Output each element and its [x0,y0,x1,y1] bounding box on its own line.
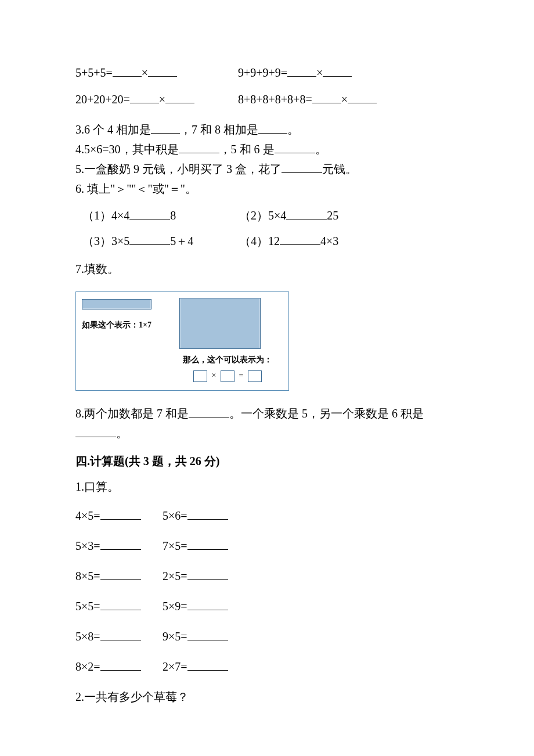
q6-d: 25 [327,209,338,222]
q8-suffix: 。 [116,427,128,440]
box-input[interactable] [248,370,262,382]
calc-row: 5×8= 9×5= [75,628,459,645]
calc-a: 4×5= [75,509,100,522]
calc-b: 7×5= [163,539,187,552]
worksheet-page: 5+5+5=× 9+9+9+9=× 20+20+20=× 8+8+8+8+8+8… [0,0,534,756]
blank[interactable] [187,598,228,610]
q2-left-2: 20+20+20=× [75,91,238,108]
q7-eq: × = [179,369,276,382]
blank[interactable] [100,538,141,550]
q5-suffix: 元钱。 [322,163,357,175]
blank[interactable] [100,658,141,671]
blank[interactable] [179,141,219,153]
calc-a: 5×5= [75,600,100,613]
calc-row: 5×5= 5×9= [75,597,459,615]
q7-fig-right: 那么，这个可以表示为： × = [177,298,276,382]
small-rect-icon [82,299,151,309]
blank[interactable] [75,425,116,437]
q2-right-2: 8+8+8+8+8+8=× [238,91,459,108]
calc-a: 5×3= [75,539,100,552]
blank[interactable] [129,233,170,245]
q6-title: 6. 填上"＞""＜"或"＝"。 [75,180,459,197]
blank[interactable] [282,161,322,173]
calc-row: 4×5= 5×6= [75,507,459,524]
calc-b: 2×7= [163,660,187,673]
blank[interactable] [275,141,315,153]
q5-prefix: 5.一盒酸奶 9 元钱，小明买了 3 盒，花了 [75,163,282,175]
equals-sign: = [239,371,244,380]
blank[interactable] [100,507,141,520]
q8-prefix: 8.两个加数都是 7 和是 [75,407,189,420]
big-rect-icon [179,298,261,349]
q8-line2: 。 [75,424,459,442]
q5: 5.一盒酸奶 9 元钱，小明买了 3 盒，花了元钱。 [75,160,459,178]
blank[interactable] [312,91,341,103]
calc-b: 5×6= [163,509,187,522]
blank[interactable] [323,64,352,77]
q6-d: 4×3 [320,235,338,247]
blank[interactable] [148,64,177,77]
q6-a: （1）4×4 [82,209,129,222]
q2-right-expr: 8+8+8+8+8+8= [238,93,312,106]
q6-row-2: （3）3×55＋4 （4）124×3 [75,232,459,250]
calc-a: 5×8= [75,630,100,643]
q4-mid: ，5 和 6 是 [219,143,275,156]
blank[interactable] [165,91,194,103]
blank[interactable] [187,507,228,520]
calc-b: 9×5= [163,630,187,643]
q6-item-2: （2）5×425 [239,207,459,224]
q6-row-1: （1）4×48 （2）5×425 [75,207,459,224]
blank[interactable] [286,207,327,219]
blank[interactable] [100,568,141,580]
q2-right-expr: 9+9+9+9= [238,66,287,79]
calc-row: 8×5= 2×5= [75,567,459,585]
blank[interactable] [187,538,228,550]
blank[interactable] [100,598,141,610]
q4-prefix: 4.5×6=30，其中积是 [75,143,179,156]
q8: 8.两个加数都是 7 和是。一个乘数是 5，另一个乘数是 6 积是 [75,405,459,422]
s4-q1-title: 1.口算。 [75,478,459,495]
q4: 4.5×6=30，其中积是，5 和 6 是。 [75,141,459,158]
calc-b: 5×9= [163,600,187,613]
q7-fig-left-text: 如果这个表示：1×7 [82,319,177,331]
mult-sign: × [341,93,348,106]
q3-mid: ，7 和 8 相加是 [180,123,258,136]
calc-a: 8×2= [75,660,100,673]
mult-sign: × [316,66,323,79]
q3-prefix: 3.6 个 4 相加是 [75,123,151,136]
section4-heading: 四.计算题(共 3 题，共 26 分) [75,452,459,470]
blank[interactable] [113,64,142,77]
blank[interactable] [100,628,141,640]
mult-sign: × [212,371,217,380]
blank[interactable] [129,207,170,219]
calc-row: 8×2= 2×7= [75,658,459,675]
q7-fig-right-text: 那么，这个可以表示为： [179,354,276,366]
blank[interactable] [187,658,228,671]
q3-suffix: 。 [287,123,299,136]
q6-b: 5＋4 [170,235,193,247]
blank[interactable] [287,64,316,77]
blank[interactable] [348,91,377,103]
q7-title: 7.填数。 [75,260,459,278]
blank[interactable] [151,121,180,134]
box-input[interactable] [221,370,234,382]
q2-left-expr: 5+5+5= [75,66,113,79]
q3: 3.6 个 4 相加是，7 和 8 相加是。 [75,121,459,138]
blank[interactable] [187,628,228,640]
q6-item-4: （4）124×3 [239,232,459,250]
calc-row: 5×3= 7×5= [75,537,459,555]
blank[interactable] [280,233,320,245]
mult-sign: × [142,66,148,79]
q8-mid: 。一个乘数是 5，另一个乘数是 6 积是 [229,407,424,420]
q6-c: （2）5×4 [239,209,286,222]
s4-q2-title: 2.一共有多少个草莓？ [75,688,459,705]
q6-c: （4）12 [239,235,280,247]
blank[interactable] [258,121,287,134]
blank[interactable] [130,91,159,103]
q2-left-expr: 20+20+20= [75,93,130,106]
blank[interactable] [189,405,229,417]
blank[interactable] [187,568,228,580]
box-input[interactable] [193,370,207,382]
q6-a: （3）3×5 [82,235,129,247]
q7-fig-left: 如果这个表示：1×7 [82,298,177,382]
